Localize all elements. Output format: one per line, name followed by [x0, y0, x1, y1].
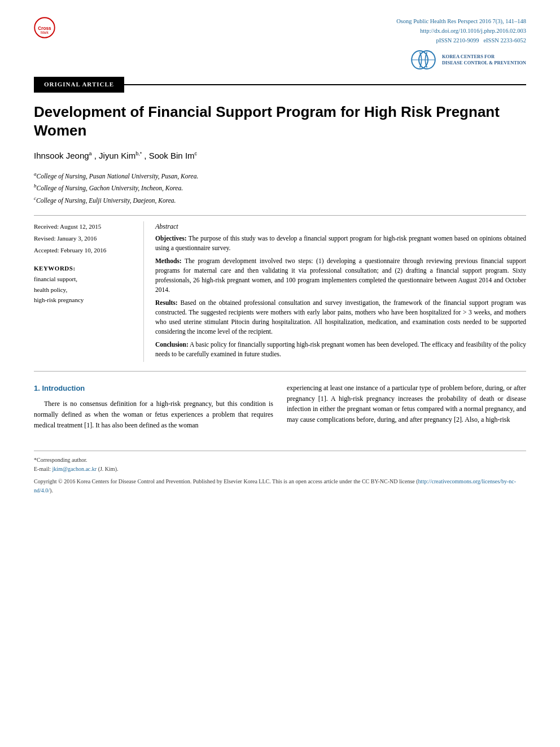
abstract-title: Abstract — [155, 221, 526, 231]
abstract-text: Objectives: The purpose of this study wa… — [155, 234, 526, 359]
abstract-conclusion: Conclusion: A basic policy for financial… — [155, 340, 526, 360]
received-date: Received: August 12, 2015 — [34, 221, 137, 232]
column-right: experiencing at least one instance of a … — [287, 383, 526, 434]
svg-text:Cross: Cross — [38, 26, 51, 31]
main-content: 1. Introduction There is no consensus de… — [34, 383, 526, 434]
article-title: Development of Financial Support Program… — [34, 103, 526, 139]
corresponding-note: *Corresponding author. — [34, 456, 526, 465]
journal-info: Osong Public Health Res Perspect 2016 7(… — [396, 17, 526, 45]
kdca-icon — [409, 49, 438, 71]
doi-link[interactable]: http://dx.doi.org/10.1016/j.phrp.2016.02… — [420, 28, 526, 34]
author-3: Sook Bin Imc — [149, 151, 197, 160]
keywords-title: KEYWORDS: — [34, 263, 137, 274]
page: Cross Mark Osong Public Health Res Persp… — [0, 0, 560, 747]
divider-middle — [34, 371, 526, 372]
affil-2: bCollege of Nursing, Gachon University, … — [34, 182, 526, 194]
issn-info: pISSN 2210-9099 eISSN 2233-6052 — [436, 37, 526, 43]
crossmark-icon: Cross Mark — [34, 17, 55, 38]
affiliations: aCollege of Nursing, Pusan National Univ… — [34, 170, 526, 206]
abstract-methods: Methods: The program development involve… — [155, 256, 526, 295]
svg-text:Mark: Mark — [41, 30, 49, 34]
left-panel: Received: August 12, 2015 Revised: Janua… — [34, 221, 144, 362]
article-type-badge: ORIGINAL ARTICLE — [34, 77, 124, 93]
abstract-objectives: Objectives: The purpose of this study wa… — [155, 234, 526, 254]
kdca-text: KOREA CENTERS FOR DISEASE CONTROL & PREV… — [442, 54, 526, 66]
author-2: Jiyun Kimb,* — [99, 151, 144, 160]
intro-heading: 1. Introduction — [34, 383, 273, 394]
divider-top — [34, 215, 526, 216]
article-type-bar: ORIGINAL ARTICLE — [34, 77, 526, 93]
authors: Ihnsook Jeonga , Jiyun Kimb,* , Sook Bin… — [34, 150, 526, 162]
revised-date: Revised: January 3, 2016 — [34, 233, 137, 244]
author-1: Ihnsook Jeonga — [34, 151, 94, 160]
intro-para-2: experiencing at least one instance of a … — [287, 383, 526, 425]
keyword-1: financial support, — [34, 274, 137, 285]
affil-1: aCollege of Nursing, Pusan National Univ… — [34, 170, 526, 182]
journal-citation: Osong Public Health Res Perspect 2016 7(… — [396, 18, 526, 24]
article-type-line — [124, 84, 526, 85]
top-header: Cross Mark Osong Public Health Res Persp… — [34, 17, 526, 71]
column-left: 1. Introduction There is no consensus de… — [34, 383, 273, 434]
abstract-results: Results: Based on the obtained professio… — [155, 298, 526, 337]
accepted-date: Accepted: February 10, 2016 — [34, 245, 137, 256]
email-note: E-mail: jkim@gachon.ac.kr (J. Kim). — [34, 465, 526, 474]
email-link[interactable]: jkim@gachon.ac.kr — [53, 466, 97, 472]
intro-para-1: There is no consensus definition for a h… — [34, 399, 273, 430]
keywords-section: KEYWORDS: financial support, health poli… — [34, 263, 137, 305]
kdca-logo: KOREA CENTERS FOR DISEASE CONTROL & PREV… — [409, 49, 526, 71]
journal-year: 2016 — [479, 18, 491, 24]
affil-3: cCollege of Nursing, Eulji University, D… — [34, 194, 526, 206]
abstract-panel: Abstract Objectives: The purpose of this… — [155, 221, 526, 362]
keyword-3: high-risk pregnancy — [34, 295, 137, 305]
crossmark-section: Cross Mark — [34, 17, 55, 38]
keyword-2: health policy, — [34, 285, 137, 295]
footer: *Corresponding author. E-mail: jkim@gach… — [34, 451, 526, 495]
copyright-note: Copyright © 2016 Korea Centers for Disea… — [34, 477, 526, 495]
info-abstract-row: Received: August 12, 2015 Revised: Janua… — [34, 221, 526, 362]
